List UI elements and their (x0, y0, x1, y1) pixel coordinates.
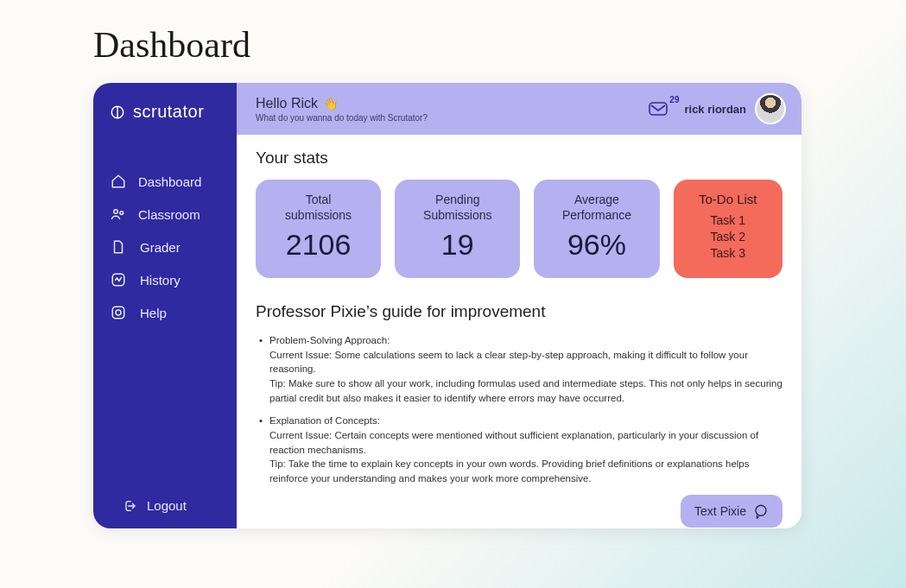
text-pixie-button[interactable]: Text Pixie (681, 495, 782, 528)
page-title: Dashboard (93, 24, 906, 66)
inbox-count: 29 (669, 95, 679, 104)
svg-point-8 (756, 505, 766, 515)
greeting-text: Hello Rick (256, 96, 318, 111)
stat-card-total: Total submissions 2106 (256, 180, 381, 278)
stat-value: 2106 (264, 228, 372, 262)
greeting: Hello Rick 👋 What do you wanna do today … (256, 96, 648, 123)
sidebar-item-help[interactable]: Help (111, 305, 225, 320)
username: rick riordan (684, 103, 746, 116)
home-icon (111, 174, 126, 189)
todo-item[interactable]: Task 3 (682, 246, 774, 260)
sidebar-item-label: History (138, 273, 225, 288)
stat-label: Total (306, 193, 332, 206)
sidebar-item-label: Help (138, 306, 225, 320)
sidebar-item-history[interactable]: History (111, 272, 225, 288)
brand-name: scrutator (133, 102, 204, 122)
stat-value: 19 (403, 228, 511, 262)
pixie-button-label: Text Pixie (694, 504, 746, 518)
svg-point-6 (116, 310, 121, 315)
main: Hello Rick 👋 What do you wanna do today … (237, 83, 801, 528)
sidebar-item-grader[interactable]: Grader (111, 239, 225, 255)
guide-tip: Tip: Take the time to explain key concep… (269, 457, 782, 485)
stat-label: Average (574, 193, 619, 206)
wave-icon: 👋 (323, 97, 338, 111)
stat-label: Performance (562, 208, 631, 222)
stats-cards: Total submissions 2106 Pending Submissio… (256, 180, 782, 278)
todo-item[interactable]: Task 1 (682, 213, 774, 227)
guide-heading: Explanation of Concepts: (269, 415, 380, 426)
file-icon (111, 239, 126, 255)
guide-title: Professor Pixie’s guide for improvement (256, 302, 782, 321)
stat-card-average: Average Performance 96% (534, 180, 659, 278)
greeting-subtext: What do you wanna do today with Scrutato… (256, 113, 648, 123)
logout-button[interactable]: Logout (105, 498, 225, 513)
sidebar-item-classroom[interactable]: Classroom (111, 206, 225, 222)
todo-item[interactable]: Task 2 (682, 230, 774, 243)
guide-point: Problem-Solving Approach: Current Issue:… (259, 333, 782, 405)
inbox-button[interactable]: 29 (648, 100, 668, 117)
chat-icon (753, 503, 769, 519)
topbar: Hello Rick 👋 What do you wanna do today … (237, 83, 801, 135)
svg-point-3 (120, 212, 124, 215)
help-icon (111, 305, 126, 320)
svg-rect-5 (112, 307, 124, 319)
stat-value: 96% (542, 228, 650, 262)
stat-card-pending: Pending Submissions 19 (395, 180, 520, 278)
brand: scrutator (105, 102, 225, 122)
guide-issue: Current Issue: Certain concepts were men… (269, 428, 782, 457)
stats-title: Your stats (256, 149, 782, 168)
people-icon (111, 206, 126, 222)
svg-point-2 (114, 210, 118, 214)
sidebar-item-label: Classroom (138, 207, 225, 222)
sidebar-nav: Dashboard Classroom Grader History (105, 174, 225, 320)
content: Your stats Total submissions 2106 Pendin… (237, 135, 801, 528)
stat-label: Submissions (423, 208, 491, 222)
guide-issue: Current Issue: Some calculations seem to… (269, 348, 782, 376)
guide-tip: Tip: Make sure to show all your work, in… (269, 376, 782, 405)
sidebar-item-label: Dashboard (138, 174, 225, 189)
guide-point: Explanation of Concepts: Current Issue: … (259, 414, 782, 485)
todo-card: To-Do List Task 1 Task 2 Task 3 (674, 180, 782, 278)
logout-label: Logout (147, 498, 187, 513)
stat-label: Pending (435, 193, 479, 206)
sidebar-item-label: Grader (138, 240, 225, 255)
mail-icon (648, 100, 668, 117)
svg-rect-7 (649, 103, 667, 115)
brand-icon (109, 104, 126, 121)
stat-label: submissions (285, 208, 352, 222)
app-window: scrutator Dashboard Classroom Grader (93, 83, 801, 528)
guide-list: Problem-Solving Approach: Current Issue:… (256, 333, 782, 486)
guide-heading: Problem-Solving Approach: (269, 335, 390, 345)
sidebar-item-dashboard[interactable]: Dashboard (111, 174, 225, 189)
avatar[interactable] (755, 93, 786, 124)
activity-icon (111, 272, 126, 288)
logout-icon (123, 499, 136, 513)
todo-title: To-Do List (682, 192, 774, 206)
sidebar: scrutator Dashboard Classroom Grader (93, 83, 237, 528)
